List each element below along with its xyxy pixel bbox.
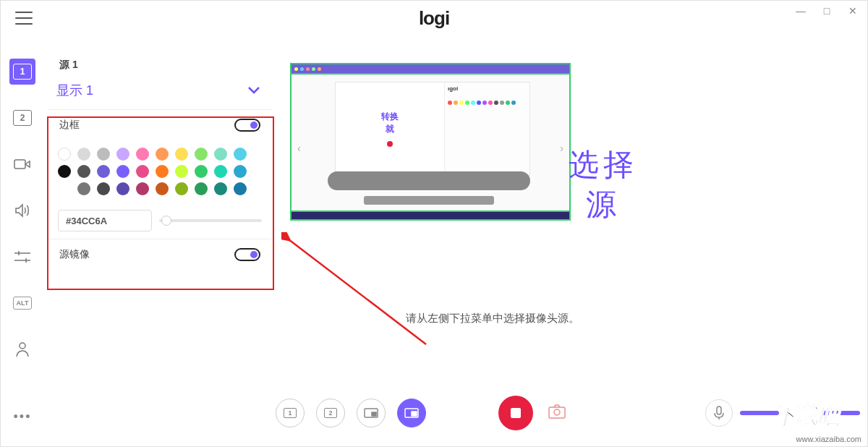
record-button[interactable] [498,396,533,430]
close-button[interactable]: ✕ [844,5,861,17]
scene-btn-3[interactable] [357,399,386,427]
color-swatch[interactable] [136,148,149,161]
maximize-button[interactable]: □ [818,5,835,17]
color-swatch[interactable] [136,165,149,178]
menu-icon[interactable] [15,12,33,25]
preview-next[interactable]: › [560,142,563,154]
annotation-arrow [281,232,441,355]
sidebar: 1 2 ALT ••• [1,44,44,446]
pip-2-icon [404,408,419,418]
svg-rect-10 [412,412,417,416]
source-preview[interactable]: ‹ › 转换 就 ıgoi [290,63,571,221]
brand-logo: logi [419,7,449,30]
mirror-toggle[interactable] [234,248,260,261]
color-swatch[interactable] [97,165,110,178]
sidebar-layout[interactable] [9,244,35,270]
camera-icon [14,158,31,171]
color-swatch[interactable] [156,182,169,195]
color-swatch[interactable] [214,148,227,161]
color-swatch[interactable] [58,148,71,161]
color-swatch[interactable] [175,148,188,161]
sidebar-alt[interactable]: ALT [9,290,35,316]
svg-line-6 [289,239,426,344]
snapshot-button[interactable] [548,404,566,422]
color-swatch[interactable] [214,165,227,178]
svg-rect-8 [372,412,376,416]
svg-point-5 [20,343,25,349]
empty-state-message: 请从左侧下拉菜单中选择摄像头源。 [406,312,579,325]
pip-1-icon [364,408,378,418]
sidebar-profile[interactable] [9,336,35,362]
chevron-down-icon [247,86,260,95]
color-swatch[interactable] [175,165,188,178]
color-swatch[interactable] [234,165,247,178]
scene-btn-1[interactable]: 1 [276,399,305,427]
border-toggle[interactable] [234,119,260,132]
sidebar-scene-1[interactable]: 1 [9,59,35,85]
stop-icon [511,408,521,418]
watermark-url: www.xiazaiba.com [796,435,861,443]
mirror-label: 源镜像 [59,248,90,261]
svg-rect-13 [717,406,721,414]
svg-rect-0 [14,160,25,169]
scene-btn-4[interactable] [397,399,426,427]
color-swatch[interactable] [195,182,208,195]
source-title: 源 1 [59,59,272,72]
opacity-slider[interactable] [159,219,262,222]
border-label: 边框 [59,119,80,132]
sidebar-scene-2[interactable]: 2 [9,105,35,131]
bottom-toolbar: 1 2 [276,393,860,433]
annotation-text: 选择 源 [569,145,638,224]
color-swatch[interactable] [97,182,110,195]
display-label: 显示 1 [56,82,93,99]
camera-icon [548,404,566,420]
color-swatch[interactable] [77,182,90,195]
layout-icon [14,251,30,263]
watermark-logo: 下载吧 [773,401,860,432]
svg-point-12 [554,409,560,415]
color-swatch[interactable] [116,182,129,195]
hex-input[interactable] [58,210,152,231]
color-swatch[interactable] [156,165,169,178]
svg-text:下载吧: 下载吧 [775,404,843,427]
sidebar-camera[interactable] [9,151,35,177]
scene-btn-2[interactable]: 2 [316,399,345,427]
color-swatches [48,140,272,205]
mic-icon [714,406,724,420]
color-swatch[interactable] [116,165,129,178]
minimize-button[interactable]: — [792,5,809,17]
speaker-icon [14,203,30,218]
color-swatch[interactable] [214,182,227,195]
display-dropdown[interactable]: 显示 1 [48,74,272,109]
person-icon [15,341,30,357]
color-swatch[interactable] [77,148,90,161]
color-swatch[interactable] [156,148,169,161]
color-swatch[interactable] [234,182,247,195]
sidebar-audio[interactable] [9,197,35,224]
color-swatch[interactable] [58,165,71,178]
mirror-row: 源镜像 [48,239,272,270]
source-panel: 源 1 显示 1 边框 源镜像 [48,53,272,270]
color-swatch[interactable] [116,148,129,161]
color-swatch[interactable] [234,148,247,161]
color-swatch[interactable] [77,165,90,178]
preview-prev[interactable]: ‹ [297,142,301,154]
color-swatch[interactable] [97,148,110,161]
color-swatch[interactable] [195,148,208,161]
mic-button[interactable] [705,399,733,427]
color-swatch[interactable] [136,182,149,195]
color-swatch[interactable] [175,182,188,195]
border-row: 边框 [48,109,272,140]
color-swatch[interactable] [195,165,208,178]
sidebar-more[interactable]: ••• [14,409,32,425]
